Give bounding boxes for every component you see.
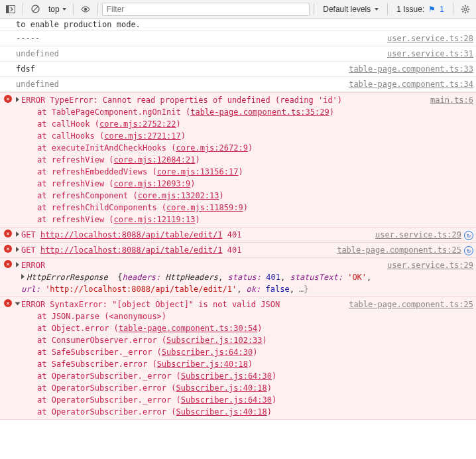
expand-caret-icon[interactable] <box>21 274 25 279</box>
stack-source-link[interactable]: core.mjs:13202:13 <box>138 191 219 200</box>
log-row[interactable]: -----user.service.ts:28 <box>0 31 476 46</box>
network-error-row[interactable]: ✕ GET http://localhost:8088/api/table/ed… <box>0 243 476 258</box>
svg-point-4 <box>84 7 86 10</box>
stack-source-link[interactable]: Subscriber.js:64:30 <box>181 371 272 381</box>
log-row[interactable]: undefinedtable-page.component.ts:34 <box>0 77 476 92</box>
create-live-expression-button[interactable] <box>78 2 93 17</box>
log-row[interactable]: undefineduser.service.ts:31 <box>0 46 476 62</box>
expand-caret-icon[interactable] <box>16 97 19 102</box>
redirect-icon[interactable]: ↻ <box>464 231 473 240</box>
svg-line-10 <box>463 6 464 7</box>
svg-line-13 <box>467 6 469 7</box>
stack-source-link[interactable]: core.mjs:12093:9 <box>114 179 191 188</box>
source-link[interactable]: table-page.component.ts:33 <box>349 63 473 75</box>
stack-source-link[interactable]: core.mjs:12119:13 <box>114 215 196 224</box>
log-levels-dropdown[interactable]: Default levels <box>318 3 383 16</box>
stack-frame: at OperatorSubscriber.error (Subscriber.… <box>37 406 341 418</box>
stack-source-link[interactable]: core.mjs:13156:17 <box>157 167 239 176</box>
redirect-icon[interactable]: ↻ <box>464 246 473 255</box>
stack-source-link[interactable]: Subscriber.js:40:18 <box>176 407 267 417</box>
error-icon: ✕ <box>4 299 12 307</box>
error-row[interactable]: ✕ ERROR TypeError: Cannot read propertie… <box>0 92 476 228</box>
chevron-down-icon <box>62 8 66 11</box>
stack-source-link[interactable]: Subscriber.js:40:18 <box>176 383 267 393</box>
svg-rect-1 <box>7 5 9 13</box>
stack-source-link[interactable]: Subscriber.js:64:30 <box>181 395 272 405</box>
source-cell: user.service.ts:29↻ <box>375 229 473 241</box>
issues-count: 1 <box>440 5 444 14</box>
stack-frame: at TablePageComponent.ngOnInit (table-pa… <box>37 106 422 118</box>
request-url[interactable]: http://localhost:8088/api/table/edit/1 <box>40 245 223 255</box>
stack-frame: at callHook (core.mjs:2752:22) <box>37 118 422 130</box>
source-link[interactable]: table-page.component.ts:25 <box>349 298 473 310</box>
clear-console-button[interactable] <box>27 2 43 17</box>
source-link[interactable]: main.ts:6 <box>430 94 473 106</box>
issues-button[interactable]: 1 Issue: ⚑ 1 <box>392 3 449 16</box>
toolbar-divider <box>73 3 74 15</box>
stack-frame: at OperatorSubscriber._error (Subscriber… <box>37 394 341 406</box>
stack-source-link[interactable]: core.mjs:2721:17 <box>104 131 181 141</box>
stack-source-link[interactable]: core.mjs:2752:22 <box>99 119 176 129</box>
stack-frame: at refreshView (core.mjs:12084:21) <box>37 154 422 166</box>
stack-source-link[interactable]: Subscriber.js:64:30 <box>162 348 253 357</box>
error-row[interactable]: ✕ ERROR SyntaxError: "[object Object]" i… <box>0 297 476 420</box>
toggle-console-sidebar-button[interactable] <box>3 2 19 17</box>
source-link[interactable]: table-page.component.ts:34 <box>349 78 473 90</box>
issue-flag-icon: ⚑ <box>428 5 436 14</box>
stack-source-link[interactable]: core.mjs:12084:21 <box>114 155 196 164</box>
execution-context-selector[interactable]: top <box>46 3 69 15</box>
collapse-caret-icon[interactable] <box>15 302 21 306</box>
svg-point-5 <box>464 8 467 11</box>
console-output: to enable production mode. -----user.ser… <box>0 19 476 459</box>
error-message: ERROR TypeError: Cannot read properties … <box>16 94 422 226</box>
stack-frame: at SafeSubscriber._error (Subscriber.js:… <box>37 346 341 358</box>
stack-frame: at SafeSubscriber.error (Subscriber.js:4… <box>37 358 341 370</box>
source-link[interactable]: user.service.ts:28 <box>387 33 473 44</box>
svg-line-11 <box>467 11 469 12</box>
stack-frame: at OperatorSubscriber._error (Subscriber… <box>37 370 341 382</box>
source-link[interactable]: user.service.ts:29 <box>387 259 473 271</box>
svg-line-3 <box>32 7 38 12</box>
svg-line-12 <box>463 11 464 12</box>
expand-caret-icon[interactable] <box>16 262 19 267</box>
toolbar-divider <box>23 3 23 15</box>
chevron-down-icon <box>375 8 379 11</box>
error-icon: ✕ <box>4 245 12 253</box>
log-row[interactable]: to enable production mode. <box>0 19 476 31</box>
error-icon: ✕ <box>4 260 12 268</box>
stack-source-link[interactable]: table-page.component.ts:35:29 <box>190 107 329 117</box>
error-row[interactable]: ✕ ERROR HttpErrorResponse {headers: Http… <box>0 258 476 297</box>
network-error-row[interactable]: ✕ GET http://localhost:8088/api/table/ed… <box>0 228 476 243</box>
source-link[interactable]: user.service.ts:31 <box>387 48 473 60</box>
request-url[interactable]: http://localhost:8088/api/table/edit/1 <box>40 230 223 239</box>
stack-source-link[interactable]: core.mjs:2672:9 <box>176 143 248 153</box>
toolbar-divider <box>314 3 314 15</box>
stack-frame: at refreshChildComponents (core.mjs:1185… <box>37 202 422 214</box>
error-message: ERROR HttpErrorResponse {headers: HttpHe… <box>16 259 379 295</box>
stack-source-link[interactable]: Subscriber.js:40:18 <box>157 360 248 369</box>
source-link[interactable]: user.service.ts:29 <box>375 230 461 239</box>
error-icon: ✕ <box>4 95 12 103</box>
error-message: ERROR SyntaxError: "[object Object]" is … <box>16 298 341 418</box>
log-message: undefined <box>16 48 379 60</box>
stack-frame: at refreshView (core.mjs:12093:9) <box>37 178 422 190</box>
stack-source-link[interactable]: Subscriber.js:102:33 <box>166 336 263 345</box>
filter-input[interactable] <box>102 3 310 16</box>
error-message: GET http://localhost:8088/api/table/edit… <box>16 229 367 241</box>
source-link[interactable]: table-page.component.ts:25 <box>337 245 461 255</box>
stack-frame: at refreshView (core.mjs:12119:13) <box>37 214 422 226</box>
stack-frame: at refreshEmbeddedViews (core.mjs:13156:… <box>37 166 422 178</box>
expand-caret-icon[interactable] <box>16 247 19 252</box>
expand-caret-icon[interactable] <box>16 231 19 237</box>
console-settings-button[interactable] <box>457 2 473 17</box>
log-row[interactable]: fdsftable-page.component.ts:33 <box>0 62 476 77</box>
stack-source-link[interactable]: core.mjs:11859:9 <box>166 203 243 212</box>
stack-frame: at OperatorSubscriber.error (Subscriber.… <box>37 382 341 394</box>
toolbar-divider <box>97 3 98 15</box>
toolbar-divider <box>387 3 388 15</box>
error-message: GET http://localhost:8088/api/table/edit… <box>16 244 329 256</box>
stack-frame: at executeInitAndCheckHooks (core.mjs:26… <box>37 142 422 154</box>
context-label: top <box>48 5 60 14</box>
stack-source-link[interactable]: table-page.component.ts:30:54 <box>119 324 258 333</box>
issues-label: 1 Issue: <box>396 5 424 14</box>
